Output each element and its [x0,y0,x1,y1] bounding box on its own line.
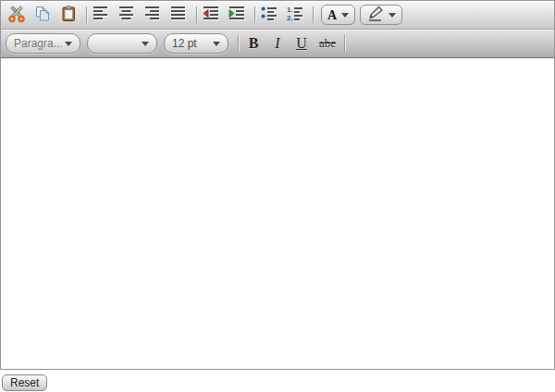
font-size-dropdown[interactable]: 12 pt [164,33,228,54]
reset-button[interactable]: Reset [2,374,47,391]
numbered-list-button[interactable]: 1. 2. [284,4,306,26]
highlight-button[interactable] [360,5,402,25]
outdent-icon [202,6,220,24]
toolbar-separator [313,6,314,23]
align-right-icon [144,6,161,24]
indent-icon [228,6,246,24]
cut-scissors-icon [7,5,26,26]
chevron-down-icon [142,42,149,46]
align-left-button[interactable] [90,4,112,26]
paste-clipboard-icon [59,5,78,26]
chevron-down-icon [341,13,349,18]
numbered-list-digit-2: 2. [287,14,293,22]
toolbar-separator [254,6,255,23]
toolbar-separator [196,6,197,23]
bullet-list-button[interactable] [258,4,280,26]
copy-pages-icon [33,5,52,26]
outdent-button[interactable] [200,4,222,26]
toolbar-separator [86,6,87,23]
paragraph-style-value: Paragra... [14,37,63,50]
toolbar-row-2: Paragra... 12 pt B I U abe [1,30,554,58]
toolbar-separator [344,35,345,52]
copy-button[interactable] [31,4,54,26]
bold-button[interactable]: B [241,32,265,55]
toolbar-row-1: 1. 2. A [1,1,554,30]
font-color-icon: A [327,8,337,22]
bullet-list-icon [260,5,278,25]
highlight-pen-icon [366,6,384,25]
underline-button[interactable]: U [290,32,314,55]
font-color-button[interactable]: A [321,5,355,25]
paragraph-style-dropdown[interactable]: Paragra... [6,33,80,54]
editor-content[interactable] [1,58,554,369]
chevron-down-icon [388,13,396,18]
align-justify-button[interactable] [167,4,190,26]
font-family-dropdown[interactable] [87,33,157,54]
chevron-down-icon [213,42,220,46]
horizontal-rule-button[interactable] [348,32,372,55]
align-left-icon [92,6,109,24]
align-center-button[interactable] [116,4,138,26]
toolbar-separator [238,35,239,52]
chevron-down-icon [65,42,72,46]
paste-button[interactable] [57,4,80,26]
indent-button[interactable] [226,4,248,26]
align-center-icon [118,6,135,24]
rich-text-editor-frame: 1. 2. A [0,0,555,370]
align-justify-icon [170,6,187,24]
font-color-letter: A [327,8,337,22]
italic-button[interactable]: I [265,32,290,55]
align-right-button[interactable] [142,4,164,26]
numbered-list-digit-1: 1. [287,6,293,14]
font-size-value: 12 pt [172,37,197,50]
strikethrough-button[interactable]: abe [314,32,341,55]
numbered-list-icon: 1. 2. [286,5,304,25]
cut-button[interactable] [6,4,28,26]
